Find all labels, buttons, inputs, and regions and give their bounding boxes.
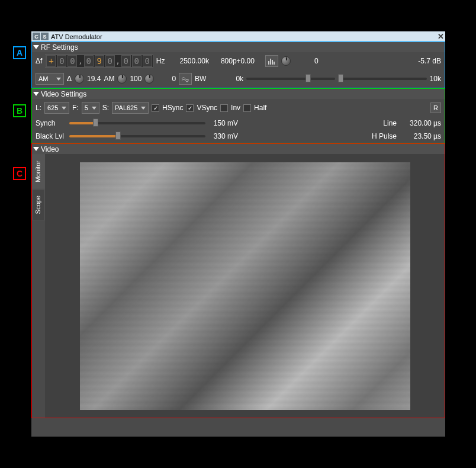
tab-scope[interactable]: Scope	[32, 189, 45, 220]
vs-row-3: Black Lvl 330 mV H Pulse 23.50 µs	[32, 130, 445, 143]
inv-checkbox[interactable]	[220, 104, 228, 112]
marker-c: C	[13, 167, 26, 180]
svg-rect-0	[268, 61, 269, 65]
inv-label: Inv	[231, 104, 240, 112]
am-label: AM	[104, 75, 114, 83]
digit[interactable]: 0	[143, 55, 152, 67]
video-settings-panel: Video Settings L: 625 F: 5 S: PAL625 ✓ H…	[31, 88, 445, 143]
svg-rect-1	[270, 59, 271, 65]
video-panel: Video Monitor Scope	[31, 143, 445, 418]
rf-row-2: AM Δ 19.4 AM 100 0 BW 0k 10k	[32, 70, 445, 88]
window: C S ATV Demodulator ✕ RF Settings Δf + 0…	[31, 31, 445, 437]
svg-rect-2	[272, 60, 273, 65]
vs-row-2: Synch 150 mV Line 320.00 µs	[32, 117, 445, 130]
digit[interactable]: 0	[121, 55, 131, 67]
frames-value: 5	[85, 104, 88, 111]
video-settings-header[interactable]: Video Settings	[32, 89, 445, 99]
video-tabs: Monitor Scope	[32, 154, 45, 418]
hpulse-value: 23.50 µs	[400, 132, 441, 140]
vsync-label: VSync	[197, 104, 217, 112]
frames-select[interactable]: 5	[82, 102, 99, 114]
standard-select[interactable]: PAL625	[112, 102, 149, 114]
db-value: -5.7 dB	[418, 57, 441, 65]
lines-value: 625	[47, 104, 58, 111]
histogram-icon[interactable]	[265, 55, 278, 67]
rf-settings-panel: RF Settings Δf + 0 0 , 0 9 0 , 0 0 0 Hz …	[31, 41, 445, 88]
half-checkbox[interactable]	[243, 104, 251, 112]
s-label: S:	[102, 104, 109, 112]
separator: ,	[115, 57, 121, 65]
delta-f-label: Δf	[36, 57, 42, 65]
collapse-icon	[33, 147, 39, 151]
digit[interactable]: 0	[67, 55, 77, 67]
digit-sign[interactable]: +	[46, 55, 56, 67]
blacklvl-slider[interactable]	[69, 135, 205, 137]
bw-lo: 0k	[236, 75, 243, 83]
window-title: ATV Demodulator	[51, 33, 438, 40]
bw-hi: 10k	[430, 75, 441, 83]
digit[interactable]: 9	[95, 55, 104, 67]
knob3-val: 0	[172, 75, 176, 83]
video-header-label: Video	[41, 145, 59, 153]
frequency-digits[interactable]: + 0 0 , 0 9 0 , 0 0 0	[45, 55, 153, 68]
reset-button[interactable]: R	[430, 102, 441, 113]
vs-row-1: L: 625 F: 5 S: PAL625 ✓ HSync ✓ VSync In…	[32, 99, 445, 117]
collapse-icon	[33, 92, 39, 96]
digit[interactable]: 0	[57, 55, 66, 67]
synch-label: Synch	[36, 119, 66, 127]
vsync-checkbox[interactable]: ✓	[186, 104, 194, 112]
marker-b: B	[13, 104, 26, 117]
lines-select[interactable]: 625	[44, 102, 69, 114]
standard-value: PAL625	[115, 104, 137, 111]
titlebar: C S ATV Demodulator ✕	[31, 31, 445, 41]
knob1-val: 19.4	[87, 75, 101, 83]
hpulse-label: H Pulse	[372, 132, 397, 140]
rf-row-1: Δf + 0 0 , 0 9 0 , 0 0 0 Hz 2500.00k 800…	[32, 52, 445, 70]
f-label: F:	[72, 104, 79, 112]
bw-slider[interactable]	[246, 78, 335, 80]
line-value: 320.00 µs	[400, 119, 441, 127]
digit[interactable]: 0	[132, 55, 141, 67]
knob[interactable]	[281, 56, 291, 66]
knob3[interactable]	[144, 74, 154, 84]
video-display-area	[45, 154, 445, 418]
synch-slider[interactable]	[69, 122, 205, 124]
knob2-val: 100	[130, 75, 141, 83]
delta-label: Δ	[67, 75, 72, 83]
blacklvl-value: 330 mV	[208, 132, 238, 140]
synch-value: 150 mV	[208, 119, 238, 127]
rf-header[interactable]: RF Settings	[32, 42, 445, 52]
l-label: L:	[36, 104, 41, 112]
close-icon[interactable]: ✕	[438, 32, 444, 41]
video-body: Monitor Scope	[32, 154, 445, 418]
bw-label: BW	[195, 75, 206, 83]
sample-rate: 2500.00k	[180, 57, 209, 65]
val0: 0	[314, 57, 319, 65]
s-button[interactable]: S	[41, 33, 49, 40]
video-image	[80, 162, 410, 410]
modulation-select[interactable]: AM	[36, 73, 64, 85]
line-label: Line	[383, 119, 397, 127]
rf-header-label: RF Settings	[41, 43, 78, 52]
knob-delta[interactable]	[75, 74, 84, 84]
blacklvl-label: Black Lvl	[36, 132, 66, 140]
bandpass: 800p+0.00	[221, 57, 255, 65]
knob-am[interactable]	[117, 74, 127, 84]
marker-a: A	[13, 46, 26, 59]
hsync-label: HSync	[162, 104, 183, 112]
hz-label: Hz	[156, 57, 165, 65]
filter-icon[interactable]	[179, 73, 192, 85]
video-header[interactable]: Video	[32, 144, 445, 154]
tab-monitor[interactable]: Monitor	[32, 154, 45, 189]
c-button[interactable]: C	[33, 33, 40, 40]
svg-rect-3	[274, 62, 275, 65]
hsync-checkbox[interactable]: ✓	[152, 104, 159, 112]
video-settings-label: Video Settings	[41, 90, 86, 98]
bw-slider-2[interactable]	[338, 78, 427, 80]
separator: ,	[78, 57, 83, 65]
digit[interactable]: 0	[84, 55, 94, 67]
modulation-value: AM	[38, 75, 49, 82]
half-label: Half	[254, 104, 266, 112]
digit[interactable]: 0	[105, 55, 115, 67]
collapse-icon	[33, 45, 39, 49]
